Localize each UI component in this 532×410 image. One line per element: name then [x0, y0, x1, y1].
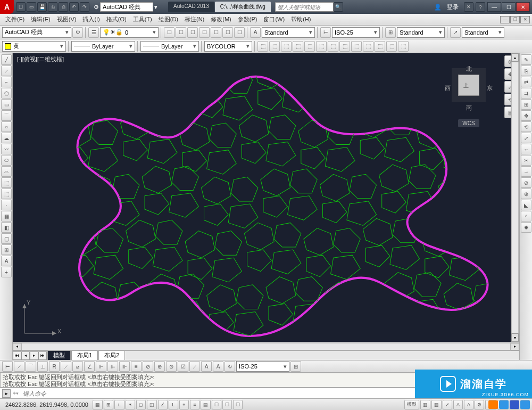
chevron-down-icon[interactable]: ▾: [154, 4, 157, 11]
vscroll-track[interactable]: [511, 62, 519, 333]
qat-saveas-icon[interactable]: ⎙: [48, 2, 57, 12]
grid-toggle[interactable]: ⊞: [104, 400, 113, 409]
viewcube-west[interactable]: 西: [445, 84, 451, 92]
quickview-drawings-icon[interactable]: ▥: [431, 400, 442, 409]
help-icon[interactable]: ?: [476, 2, 485, 12]
tablestyle-combo[interactable]: Standard▾: [397, 27, 445, 38]
ellipsearc-tool-icon[interactable]: ⌓: [1, 166, 12, 177]
menu-dimension[interactable]: 标注(N): [181, 14, 207, 24]
color-combo[interactable]: 黄▾: [2, 41, 66, 52]
horizontal-scrollbar[interactable]: ◂ ▸: [13, 342, 519, 350]
tb2-icon-5[interactable]: ⬚: [304, 41, 315, 52]
dim-quick-icon[interactable]: ⊩: [96, 361, 106, 372]
exchange-icon[interactable]: ✕: [464, 2, 473, 12]
vertical-scrollbar[interactable]: ▴ ▾: [511, 53, 519, 342]
block-editor-icon[interactable]: ⬚: [281, 41, 292, 52]
qat-print-icon[interactable]: ⎙: [59, 2, 68, 12]
tb2-icon-11[interactable]: ⬚: [375, 41, 385, 52]
menu-view[interactable]: 视图(V): [54, 14, 80, 24]
snap-toggle[interactable]: ▦: [93, 400, 103, 409]
menu-help[interactable]: 帮助(H): [288, 14, 314, 24]
minimize-button[interactable]: —: [487, 2, 501, 12]
viewport-label[interactable]: [-][俯视][二维线框]: [17, 55, 64, 63]
maximize-button[interactable]: ☐: [502, 2, 516, 12]
dim-jogged-icon[interactable]: ⟋: [61, 361, 71, 372]
menu-insert[interactable]: 插入(I): [79, 14, 103, 24]
menu-window[interactable]: 窗口(W): [260, 14, 288, 24]
move-tool-icon[interactable]: ✥: [521, 110, 531, 121]
plotstyle-combo[interactable]: BYCOLOR▾: [204, 41, 252, 52]
tab-first-icon[interactable]: ⏮: [13, 351, 21, 360]
tb2-icon-6[interactable]: ⬚: [316, 41, 327, 52]
tb2-icon-13[interactable]: ⬚: [398, 41, 409, 52]
circle-tool-icon[interactable]: ○: [1, 121, 12, 132]
qat-open-icon[interactable]: ▭: [27, 2, 36, 12]
linetype-combo[interactable]: ByLayer▾: [140, 41, 199, 52]
scroll-down-icon[interactable]: ▾: [511, 333, 519, 342]
search-input[interactable]: [275, 2, 334, 12]
tab-next-icon[interactable]: ▸: [30, 351, 38, 360]
table-tool-icon[interactable]: ⊞: [1, 244, 12, 255]
viewcube-face[interactable]: [458, 75, 479, 96]
chamfer-tool-icon[interactable]: ◣: [521, 200, 531, 210]
viewcube-east[interactable]: 东: [487, 84, 493, 92]
dim-radius-icon[interactable]: R: [49, 361, 60, 372]
tab-last-icon[interactable]: ⏭: [38, 351, 47, 360]
otrack-toggle[interactable]: ∠: [158, 400, 168, 409]
centermark-icon[interactable]: ⊙: [166, 361, 177, 372]
user-icon[interactable]: 👤: [434, 4, 442, 11]
menu-draw[interactable]: 绘图(D): [155, 14, 181, 24]
hscroll-track[interactable]: [21, 343, 511, 350]
viewcube[interactable]: 北 西 东 上 南 WCS: [437, 59, 501, 138]
scroll-left-icon[interactable]: ◂: [13, 343, 21, 350]
polygon-tool-icon[interactable]: ⬠: [1, 88, 12, 99]
tb-icon-2[interactable]: ☐: [176, 27, 186, 38]
mdi-restore-button[interactable]: ❐: [510, 16, 520, 23]
polyline-tool-icon[interactable]: ⌐: [1, 77, 12, 87]
scroll-up-icon[interactable]: ▴: [511, 53, 519, 62]
dim-arc-icon[interactable]: ⌒: [26, 361, 36, 372]
tb2-icon-9[interactable]: ⬚: [351, 41, 362, 52]
scroll-right-icon[interactable]: ▸: [511, 343, 519, 350]
ortho-toggle[interactable]: ∟: [114, 400, 124, 409]
dim-aligned-icon[interactable]: ⟋: [14, 361, 24, 372]
rectangle-tool-icon[interactable]: ▭: [1, 99, 12, 110]
lwt-toggle[interactable]: ≡: [190, 400, 200, 409]
inspect-icon[interactable]: ☑: [178, 361, 188, 372]
viewcube-north[interactable]: 北: [466, 65, 472, 73]
block-tool-icon[interactable]: ⬚: [1, 188, 12, 199]
break-tool-icon[interactable]: ⊘: [521, 177, 531, 188]
tb-icon-7[interactable]: ☐: [234, 27, 245, 38]
addselected-tool-icon[interactable]: +: [1, 267, 12, 277]
array-tool-icon[interactable]: ⊞: [521, 99, 531, 110]
dimstyle-combo-2[interactable]: ISO-25▾: [236, 361, 289, 372]
menu-param[interactable]: 参数(P): [235, 14, 261, 24]
layer-manager-icon[interactable]: ☰: [88, 27, 99, 38]
erase-tool-icon[interactable]: ✎: [521, 54, 531, 65]
mleaderstyle-icon[interactable]: ↗: [450, 27, 461, 38]
dimstyle-icon[interactable]: ⊢: [320, 27, 331, 38]
hatch-pattern[interactable]: [13, 56, 501, 336]
ucs-icon[interactable]: X Y: [19, 301, 62, 339]
workspace-switch-icon[interactable]: ⚙: [475, 400, 484, 409]
search-icon[interactable]: 🔍: [334, 2, 343, 12]
tb2-icon-7[interactable]: ⬚: [328, 41, 338, 52]
ducs-toggle[interactable]: L: [169, 400, 178, 409]
dimedit-icon[interactable]: A: [201, 361, 212, 372]
3dosnap-toggle[interactable]: ◫: [147, 400, 157, 409]
quickview-layouts-icon[interactable]: ▥: [420, 400, 430, 409]
dim-angular-icon[interactable]: ∠: [84, 361, 95, 372]
qat-redo-icon[interactable]: ↷: [80, 2, 89, 12]
tb2-icon-12[interactable]: ⬚: [386, 41, 397, 52]
drawing-canvas[interactable]: [-][俯视][二维线框]: [13, 53, 519, 360]
tb2-icon-10[interactable]: ⬚: [363, 41, 373, 52]
viewcube-top[interactable]: 上: [463, 82, 469, 89]
region-tool-icon[interactable]: ▢: [1, 233, 12, 244]
title-tab-file[interactable]: C:\...\样条曲线.dwg: [215, 2, 271, 12]
workspace-settings-icon[interactable]: ⚙: [72, 27, 83, 38]
point-tool-icon[interactable]: ·: [1, 200, 12, 210]
tab-layout2[interactable]: 布局2: [98, 351, 125, 360]
dim-space-icon[interactable]: ≡: [131, 361, 142, 372]
annovis-icon[interactable]: A: [453, 400, 463, 409]
copy-tool-icon[interactable]: ⎘: [521, 65, 531, 76]
